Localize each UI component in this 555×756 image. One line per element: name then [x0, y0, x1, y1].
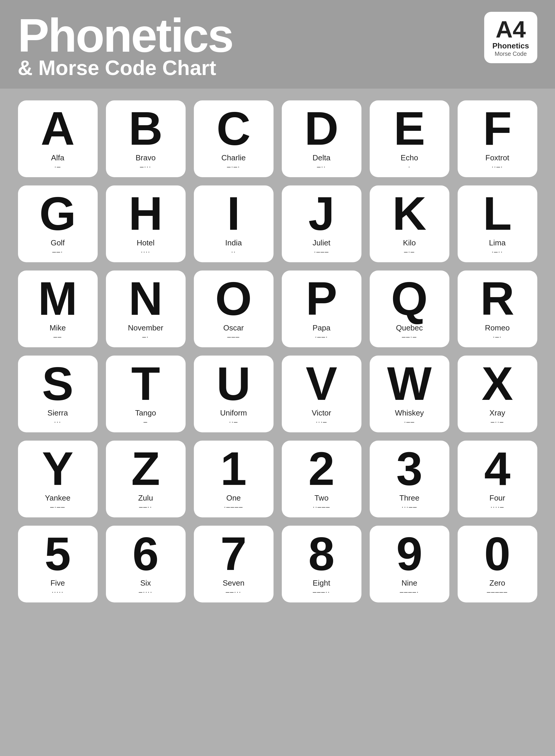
card-phonetic-name: Hotel	[137, 238, 155, 247]
card-morse-code: ··–	[229, 418, 238, 426]
card-character: H	[129, 190, 163, 237]
card-phonetic-name: Nine	[401, 579, 417, 588]
card-character: 8	[308, 530, 335, 577]
card-n: NNovember–·	[106, 271, 185, 347]
card-phonetic-name: Xray	[489, 408, 505, 417]
header-title: Phonetics & Morse Code Chart	[18, 12, 233, 80]
card-phonetic-name: Four	[489, 493, 505, 503]
card-7: 7Seven––···	[194, 526, 273, 602]
card-phonetic-name: November	[128, 323, 164, 332]
card-morse-code: ·––	[404, 418, 415, 426]
card-morse-code: –––––	[487, 588, 508, 596]
card-r: RRomeo·–·	[458, 271, 537, 347]
card-e: EEcho·	[370, 101, 450, 177]
card-character: A	[41, 105, 75, 152]
card-morse-code: ––	[53, 333, 62, 341]
card-morse-code: ··–·	[492, 163, 503, 171]
card-d: DDelta–··	[282, 101, 361, 177]
card-phonetic-name: Zero	[489, 579, 505, 588]
card-phonetic-name: Zulu	[138, 493, 153, 503]
card-morse-code: ––·–	[402, 333, 417, 341]
badge-line2: Morse Code	[493, 50, 529, 57]
badge-line1: Phonetics	[493, 41, 529, 50]
card-q: QQuebec––·–	[370, 271, 450, 347]
card-v: VVictor···–	[282, 356, 361, 432]
card-phonetic-name: One	[226, 493, 241, 503]
card-morse-code: –·––	[50, 503, 65, 511]
card-morse-code: –····	[139, 588, 153, 596]
card-character: 2	[308, 445, 335, 492]
card-u: UUniform··–	[194, 356, 273, 432]
card-m: MMike––	[18, 271, 98, 347]
card-phonetic-name: Alfa	[51, 153, 64, 162]
card-character: Z	[131, 445, 160, 492]
card-phonetic-name: Tango	[135, 408, 156, 417]
card-phonetic-name: Mike	[50, 323, 66, 332]
card-morse-code: ––··	[139, 503, 152, 511]
card-morse-code: ·–––	[314, 248, 329, 256]
card-phonetic-name: India	[225, 238, 242, 247]
card-morse-code: ·––––	[224, 503, 243, 511]
phonetics-grid: AAlfa·–BBravo–···CCharlie–·–·DDelta–··EE…	[0, 89, 555, 756]
card-t: TTango–	[106, 356, 185, 432]
card-character: Y	[42, 445, 74, 492]
card-phonetic-name: Foxtrot	[485, 153, 509, 162]
card-phonetic-name: Romeo	[485, 323, 510, 332]
card-morse-code: ····	[141, 248, 150, 256]
card-character: S	[42, 360, 74, 407]
card-character: X	[481, 360, 513, 407]
card-morse-code: –··	[317, 163, 326, 171]
card-a: AAlfa·–	[18, 101, 98, 177]
card-phonetic-name: Echo	[401, 153, 418, 162]
grid-row-1: GGolf––·HHotel····IIndia··JJuliet·–––KKi…	[15, 186, 540, 262]
card-character: 6	[132, 530, 159, 577]
card-morse-code: –	[143, 418, 147, 426]
card-phonetic-name: Kilo	[403, 238, 416, 247]
card-morse-code: –––	[227, 333, 240, 341]
card-character: V	[306, 360, 337, 407]
card-character: M	[38, 275, 77, 322]
card-phonetic-name: Bravo	[136, 153, 156, 162]
card-morse-code: ––···	[226, 588, 241, 596]
card-h: HHotel····	[106, 186, 185, 262]
card-morse-code: ··	[231, 248, 236, 256]
card-w: WWhiskey·––	[370, 356, 450, 432]
card-character: P	[306, 275, 337, 322]
card-j: JJuliet·–––	[282, 186, 361, 262]
grid-row-2: MMike––NNovember–·OOscar–––PPapa·––·QQue…	[15, 271, 540, 347]
card-phonetic-name: Charlie	[221, 153, 246, 162]
card-character: O	[215, 275, 252, 322]
card-phonetic-name: Two	[314, 493, 329, 503]
card-character: W	[387, 360, 432, 407]
card-8: 8Eight–––··	[282, 526, 361, 602]
card-phonetic-name: Delta	[312, 153, 331, 162]
card-phonetic-name: Lima	[489, 238, 505, 247]
card-morse-code: –··–	[491, 418, 504, 426]
header-badge: A4 Phonetics Morse Code	[484, 12, 537, 63]
card-2: 2Two··–––	[282, 441, 361, 517]
card-phonetic-name: Oscar	[223, 323, 244, 332]
card-morse-code: ·–·	[493, 333, 502, 341]
card-0: 0Zero–––––	[458, 526, 537, 602]
card-phonetic-name: Sierra	[47, 408, 68, 417]
card-y: YYankee–·––	[18, 441, 98, 517]
card-character: U	[217, 360, 251, 407]
card-morse-code: ···––	[401, 503, 417, 511]
card-phonetic-name: Papa	[312, 323, 331, 332]
card-x: XXray–··–	[458, 356, 537, 432]
header: Phonetics & Morse Code Chart A4 Phonetic…	[0, 0, 555, 89]
card-morse-code: –···	[140, 163, 152, 171]
card-morse-code: –·–	[404, 248, 415, 256]
card-character: 1	[220, 445, 247, 492]
card-character: C	[217, 105, 251, 152]
card-k: KKilo–·–	[370, 186, 450, 262]
card-morse-code: ––·	[52, 248, 63, 256]
card-phonetic-name: Juliet	[312, 238, 331, 247]
subtitle: & Morse Code Chart	[18, 56, 233, 80]
card-phonetic-name: Yankee	[45, 493, 70, 503]
card-character: 7	[220, 530, 247, 577]
card-character: 9	[396, 530, 423, 577]
card-phonetic-name: Seven	[223, 579, 245, 588]
card-l: LLima·–··	[458, 186, 537, 262]
card-morse-code: ····–	[490, 503, 504, 511]
